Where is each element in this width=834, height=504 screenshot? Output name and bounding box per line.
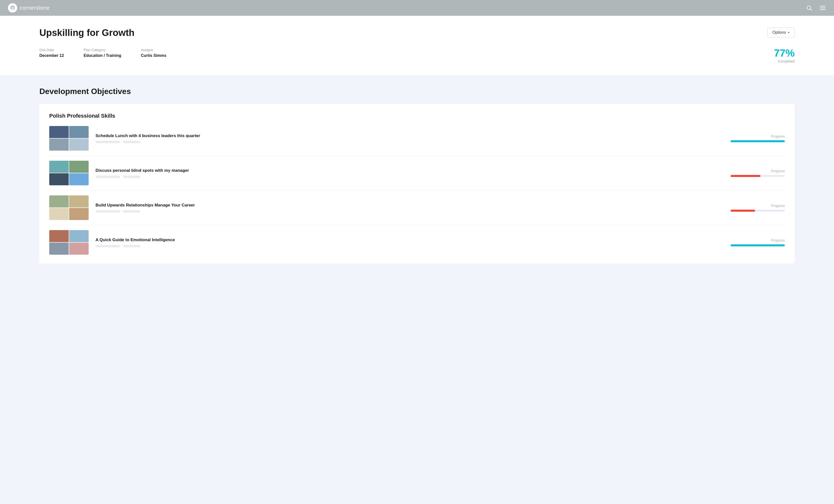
- menu-button[interactable]: [819, 4, 826, 11]
- plan-category-label: Plan Category: [84, 48, 122, 52]
- plan-category-value: Education / Training: [84, 53, 122, 58]
- completion-label: Completed: [774, 59, 795, 63]
- progress-bar-fill: [731, 140, 785, 142]
- progress-bar: [731, 175, 785, 177]
- assignee-label: Assigne: [141, 48, 167, 52]
- objective-name-4: A Quick Guide to Emotional Intelligence: [95, 238, 724, 242]
- tag: [123, 175, 140, 178]
- due-date-field: Due Date December 12: [39, 48, 64, 58]
- tag: [95, 245, 120, 247]
- objectives-section: Development Objectives Polish Profession…: [0, 75, 834, 276]
- objective-name-2: Discuss personal blind spots with my man…: [95, 168, 724, 173]
- progress-bar: [731, 210, 785, 212]
- objective-name-1: Schedule Lunch with 4 business leaders t…: [95, 133, 724, 138]
- objective-name-3: Build Upwards Relationships Manage Your …: [95, 203, 724, 208]
- objective-image-2: [49, 161, 89, 185]
- svg-point-1: [12, 7, 13, 9]
- due-date-label: Due Date: [39, 48, 64, 52]
- progress-label: Progress: [731, 134, 785, 138]
- objectives-title: Development Objectives: [39, 87, 795, 96]
- objectives-card-title: Polish Professional Skills: [49, 113, 785, 119]
- completion-block: 77% Completed: [774, 48, 795, 63]
- logo-text: cornerstone: [20, 5, 50, 11]
- logo-icon: [8, 3, 17, 13]
- objective-image-1: [49, 126, 89, 151]
- objective-progress-4: Progress: [731, 239, 785, 246]
- plan-meta: Due Date December 12 Plan Category Educa…: [39, 48, 795, 63]
- chevron-down-icon: ▾: [788, 31, 789, 34]
- objective-info-3: Build Upwards Relationships Manage Your …: [95, 203, 724, 213]
- progress-bar-fill: [731, 175, 761, 177]
- objective-image-3: [49, 195, 89, 220]
- header-actions: [806, 4, 826, 11]
- objective-progress-3: Progress: [731, 204, 785, 212]
- tag: [95, 141, 120, 143]
- search-button[interactable]: [806, 5, 812, 11]
- objective-tags-3: [95, 210, 724, 213]
- completion-percent: 77%: [774, 48, 795, 58]
- objectives-card: Polish Professional Skills Schedule Lunc…: [39, 104, 795, 264]
- tag: [123, 141, 140, 143]
- objective-info-4: A Quick Guide to Emotional Intelligence: [95, 238, 724, 247]
- progress-label: Progress: [731, 204, 785, 208]
- options-button[interactable]: Options ▾: [767, 27, 795, 38]
- progress-bar: [731, 244, 785, 246]
- tag: [123, 245, 140, 247]
- list-item: Schedule Lunch with 4 business leaders t…: [49, 126, 785, 156]
- objective-tags-4: [95, 245, 724, 247]
- tag: [123, 210, 140, 213]
- assignee-value: Curtis Simms: [141, 53, 167, 58]
- svg-line-3: [810, 9, 812, 10]
- plan-title: Upskilling for Growth: [39, 27, 134, 38]
- list-item: A Quick Guide to Emotional Intelligence …: [49, 230, 785, 255]
- progress-label: Progress: [731, 239, 785, 242]
- objective-progress-1: Progress: [731, 134, 785, 142]
- objective-info-1: Schedule Lunch with 4 business leaders t…: [95, 133, 724, 143]
- objective-info-2: Discuss personal blind spots with my man…: [95, 168, 724, 178]
- tag: [95, 175, 120, 178]
- list-item: Discuss personal blind spots with my man…: [49, 161, 785, 191]
- objective-tags-1: [95, 141, 724, 143]
- plan-details-section: Upskilling for Growth Options ▾ Due Date…: [0, 16, 834, 75]
- objective-progress-2: Progress: [731, 169, 785, 177]
- progress-bar: [731, 140, 785, 142]
- due-date-value: December 12: [39, 53, 64, 58]
- tag: [95, 210, 120, 213]
- progress-label: Progress: [731, 169, 785, 173]
- list-item: Build Upwards Relationships Manage Your …: [49, 195, 785, 225]
- assignee-field: Assigne Curtis Simms: [141, 48, 167, 58]
- plan-category-field: Plan Category Education / Training: [84, 48, 122, 58]
- plan-header: Upskilling for Growth Options ▾: [39, 27, 795, 38]
- app-header: cornerstone: [0, 0, 834, 16]
- logo-container: cornerstone: [8, 3, 50, 13]
- progress-bar-fill: [731, 244, 785, 246]
- progress-bar-fill: [731, 210, 755, 212]
- objective-image-4: [49, 230, 89, 255]
- objective-tags-2: [95, 175, 724, 178]
